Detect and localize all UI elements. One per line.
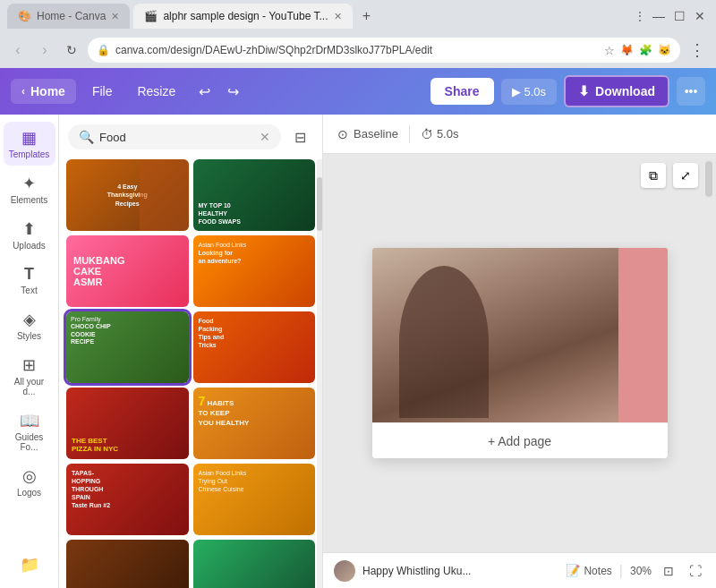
- sidebar-item-guides[interactable]: 📖 Guides Fo...: [4, 405, 55, 458]
- canvas-area: ⊙ Baseline ⏱ 5.0s ⧉ ⤢: [323, 115, 716, 588]
- copy-canvas-button[interactable]: ⧉: [641, 163, 666, 188]
- user-icon[interactable]: 🐱: [658, 44, 671, 56]
- puzzle-icon[interactable]: 🧩: [639, 44, 652, 56]
- canvas-frame: + Add page: [372, 248, 668, 458]
- baseline-icon: ⊙: [337, 127, 348, 141]
- play-icon: ▶: [512, 85, 521, 98]
- redo-button[interactable]: ↪: [220, 79, 245, 104]
- template-card-chinese[interactable]: Asian Food LinksTrying OutChinese Cuisin…: [193, 464, 316, 535]
- sidebar-item-all[interactable]: ⊞ All your d...: [4, 349, 55, 403]
- tab1-close[interactable]: ✕: [111, 11, 119, 22]
- undo-button[interactable]: ↩: [192, 79, 217, 104]
- home-button[interactable]: ‹ Home: [11, 79, 76, 104]
- tab-bar: 🎨 Home - Canva ✕ 🎬 alphr sample design -…: [0, 0, 716, 32]
- filter-button[interactable]: ⊟: [286, 124, 313, 150]
- sidebar-item-folders[interactable]: 📁: [4, 549, 55, 581]
- file-menu[interactable]: File: [83, 79, 122, 104]
- template-card-pizza[interactable]: THE BESTPIZZA IN NYC: [66, 388, 189, 459]
- star-icon[interactable]: ☆: [604, 44, 615, 57]
- scrollbar-thumb[interactable]: [317, 177, 322, 231]
- play-label: 5.0s: [524, 85, 547, 98]
- canvas-scroll-thumb[interactable]: [705, 161, 712, 197]
- main-area: ▦ Templates ✦ Elements ⬆ Uploads T Text …: [0, 115, 716, 588]
- canvas-scrollbar: [705, 154, 712, 552]
- tab1-title: Home - Canva: [37, 10, 106, 22]
- download-label: Download: [595, 84, 655, 98]
- all-label: All your d...: [7, 377, 52, 396]
- text-label: Text: [21, 285, 37, 295]
- sidebar-item-logos[interactable]: ◎ Logos: [4, 460, 55, 504]
- design-image: [372, 248, 668, 422]
- tab-inactive[interactable]: 🎨 Home - Canva ✕: [7, 4, 130, 29]
- template-card-tapas[interactable]: TAPAS-HOPPINGTHROUGHSPAINTaste Run #2: [66, 464, 189, 535]
- notes-label: Notes: [584, 565, 611, 577]
- left-nav: ▦ Templates ✦ Elements ⬆ Uploads T Text …: [0, 115, 59, 588]
- tab2-close[interactable]: ✕: [334, 11, 342, 22]
- timer-display: ⏱ 5.0s: [421, 127, 459, 141]
- template-card-asian[interactable]: Asian Food LinksLooking foran adventure?: [193, 235, 316, 307]
- template-card-pasta[interactable]: FAVORITEPASTA DISHES: [66, 540, 189, 588]
- template-card-mukbang[interactable]: MUKBANGCAKEASMR: [66, 235, 189, 307]
- browser-chrome: 🎨 Home - Canva ✕ 🎬 alphr sample design -…: [0, 0, 716, 68]
- search-input-wrap[interactable]: 🔍 ✕: [68, 124, 281, 149]
- tab-active[interactable]: 🎬 alphr sample design - YouTube T... ✕: [133, 4, 352, 29]
- address-bar[interactable]: 🔒 canva.com/design/DAEwU-zhDiw/SQhp2rDrM…: [88, 38, 680, 63]
- uploads-label: Uploads: [13, 241, 46, 251]
- sidebar-item-uploads[interactable]: ⬆ Uploads: [4, 213, 55, 257]
- tab1-favicon: 🎨: [18, 10, 31, 22]
- notes-icon: 📝: [566, 564, 580, 577]
- search-bar: 🔍 ✕ ⊟: [59, 115, 322, 156]
- templates-icon: ▦: [21, 128, 37, 148]
- sidebar-item-text[interactable]: T Text: [4, 259, 55, 302]
- elements-label: Elements: [11, 195, 48, 205]
- styles-label: Styles: [17, 331, 41, 341]
- sidebar-item-elements[interactable]: ✦ Elements: [4, 167, 55, 211]
- fit-page-button[interactable]: ⊡: [659, 561, 678, 581]
- tab-collapse-icon[interactable]: ⋮: [631, 10, 649, 22]
- zoom-display: 30%: [630, 565, 652, 577]
- sidebar-item-templates[interactable]: ▦ Templates: [4, 122, 55, 166]
- extension-icon[interactable]: 🦊: [620, 44, 634, 56]
- templates-label: Templates: [9, 149, 50, 159]
- address-bar-row: ‹ › ↻ 🔒 canva.com/design/DAEwU-zhDiw/SQh…: [0, 32, 716, 68]
- template-card-meal[interactable]: HEALTHY MEALPREP IDEAS: [193, 540, 316, 588]
- menu-dots-icon[interactable]: ⋮: [686, 40, 709, 60]
- template-card-packing[interactable]: FoodPackingTips andTricks: [193, 311, 316, 383]
- download-button[interactable]: ⬇ Download: [564, 75, 669, 107]
- canvas-toolbar: ⊙ Baseline ⏱ 5.0s: [323, 115, 716, 154]
- scrollbar-track: [317, 159, 322, 588]
- minimize-button[interactable]: —: [652, 9, 665, 23]
- templates-panel: 🔍 ✕ ⊟ 4 EasyThanksgivingRecipes MY TOP 1…: [59, 115, 323, 588]
- music-avatar: [334, 560, 355, 582]
- fullscreen-button[interactable]: ⛶: [686, 561, 705, 581]
- share-button[interactable]: Share: [430, 78, 494, 105]
- new-tab-button[interactable]: +: [356, 5, 378, 27]
- folder-icon: 📁: [20, 555, 39, 575]
- reload-button[interactable]: ↻: [61, 39, 82, 61]
- canvas-content: ⧉ ⤢ + Add page: [323, 154, 716, 552]
- lock-icon: 🔒: [97, 44, 110, 56]
- resize-menu[interactable]: Resize: [128, 79, 184, 104]
- play-button[interactable]: ▶ 5.0s: [501, 79, 558, 105]
- timer-icon: ⏱: [421, 127, 433, 141]
- close-button[interactable]: ✕: [695, 9, 705, 23]
- chevron-left-icon: ‹: [21, 85, 25, 98]
- notes-button[interactable]: 📝 Notes: [566, 564, 611, 577]
- clear-search-icon[interactable]: ✕: [260, 130, 270, 144]
- download-icon: ⬇: [578, 83, 590, 99]
- styles-icon: ◈: [23, 310, 36, 329]
- sidebar-item-styles[interactable]: ◈ Styles: [4, 303, 55, 347]
- app-toolbar: ‹ Home File Resize ↩ ↪ Share ▶ 5.0s ⬇ Do…: [0, 68, 716, 115]
- expand-canvas-button[interactable]: ⤢: [673, 163, 698, 188]
- search-input[interactable]: [99, 131, 254, 144]
- forward-button[interactable]: ›: [34, 39, 55, 61]
- template-card-foodswaps[interactable]: MY TOP 10HEALTHYFOOD SWAPS: [193, 159, 316, 231]
- baseline-button[interactable]: ⊙ Baseline: [337, 127, 398, 141]
- template-card-choco[interactable]: Pro FamilyCHOCO CHIPCOOKIERECIPE: [66, 311, 189, 383]
- template-card-thanksgiving[interactable]: 4 EasyThanksgivingRecipes: [66, 159, 189, 231]
- template-card-habits[interactable]: 7 HABITSTO KEEPYOU HEALTHY: [193, 388, 316, 459]
- more-options-button[interactable]: •••: [677, 77, 705, 106]
- add-page-button[interactable]: + Add page: [372, 422, 668, 458]
- back-button[interactable]: ‹: [7, 39, 29, 61]
- maximize-button[interactable]: ☐: [674, 9, 686, 23]
